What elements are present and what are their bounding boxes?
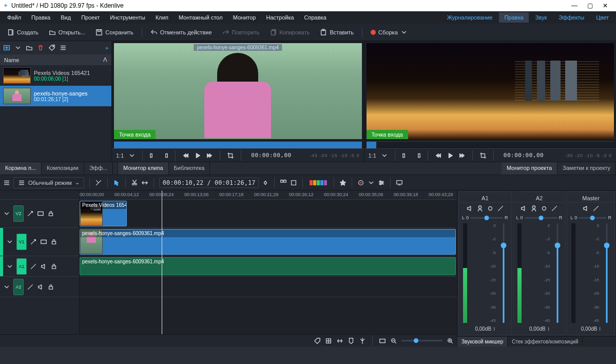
effects-icon[interactable] [592,205,600,212]
zone-in-icon[interactable] [402,152,409,159]
ws-logging[interactable]: Журналирование [442,12,498,23]
spinner-icon[interactable]: ⁞ [599,326,601,332]
menu-file[interactable]: Файл [2,12,26,23]
chevron-down-icon[interactable] [368,179,375,186]
play-icon[interactable] [194,152,201,159]
redo-button[interactable]: Повторить [218,27,264,38]
bin-column-header[interactable]: Name ᐱ [0,54,111,65]
bin-clip-item[interactable]: pexels-honye-sanges 00:01:26;17 [2] [0,86,111,106]
clip-monitor-timecode[interactable]: 00:00:00,00 [251,152,291,159]
timeline-ruler[interactable]: 00:00:00;00 00:00:04;12 00:00:08;24 00:0… [80,190,457,200]
save-button[interactable]: Сохранить [91,27,138,38]
playhead[interactable] [162,190,162,334]
open-button[interactable]: Открыть... [45,27,89,38]
project-monitor-viewport[interactable]: Точка входа [367,43,614,139]
rewind-icon[interactable] [435,152,442,159]
track-a2[interactable] [80,277,457,297]
timeline-clip[interactable]: pexels-honye-sanges-6009361.mp4 [80,257,456,275]
effects-icon[interactable] [497,205,504,212]
zone-out-icon[interactable] [161,152,168,159]
play-icon[interactable] [447,152,454,159]
effects-icon[interactable] [27,210,34,217]
menu-clip[interactable]: Клип [150,12,174,23]
lock-icon[interactable] [50,263,57,270]
marker-icon[interactable] [348,337,355,344]
track-menu-icon[interactable] [3,179,10,186]
pan-control[interactable]: L0R [568,214,613,221]
colors-icon[interactable] [308,179,329,186]
track-label[interactable]: A1 [16,258,27,275]
new-button[interactable]: Создать [3,27,43,38]
proxy-icon[interactable] [290,179,297,186]
spinner-icon[interactable] [262,179,269,186]
lock-icon[interactable] [50,238,57,245]
favorite-icon[interactable] [339,179,346,186]
mute-icon[interactable] [40,263,47,270]
zoom-ratio[interactable]: 1:1 [116,152,124,159]
hide-icon[interactable] [37,210,44,217]
effects-icon[interactable] [30,263,37,270]
bin-clip-item[interactable]: Pexels Videos 165421 00:00:06;00 [1] [0,65,111,86]
timeline-clip[interactable]: pexels-honye-sanges-6009361.mp4 [80,229,456,255]
render-button[interactable]: Сборка [367,27,412,38]
record-icon[interactable] [487,205,494,212]
collapse-icon[interactable] [6,238,13,245]
crop-icon[interactable] [227,152,234,159]
track-label[interactable]: V1 [16,234,27,250]
tab-library[interactable]: Библиотека [169,162,210,175]
clip-monitor-viewport[interactable]: pexels-honye-sanges-6009361.mp4 Точка вх… [114,43,362,139]
edit-mode-dropdown[interactable]: Обычный режим ⌄ [13,177,84,188]
tag-icon[interactable] [48,44,55,51]
track-a1[interactable]: pexels-honye-sanges-6009361.mp4 [80,256,457,277]
collapse-icon[interactable] [3,210,10,217]
zone-in-icon[interactable] [149,152,157,159]
menu-timeline[interactable]: Монтажный стол [174,12,228,23]
hide-icon[interactable] [40,238,47,245]
mute-icon[interactable] [520,205,527,212]
timeline-timecode[interactable]: 00:00:10,22 / 00:01:26,17 [159,178,259,188]
minimize-button[interactable]: — [567,2,582,9]
volume-fader[interactable] [554,223,561,323]
zone-out-icon[interactable] [414,152,421,159]
mute-icon[interactable] [37,283,44,291]
rewind-icon[interactable] [182,152,189,159]
tool-spacer-icon[interactable] [141,179,148,186]
zoom-fit-icon[interactable] [379,337,386,344]
close-button[interactable]: ✕ [598,2,613,9]
mute-icon[interactable] [466,205,473,212]
menu-project[interactable]: Проект [76,12,105,23]
project-monitor-ruler[interactable] [367,141,614,148]
tab-effects[interactable]: Эфф... [84,162,113,175]
timeline-clip[interactable]: Pexels Videos 1654 [80,201,127,226]
snap-icon[interactable] [325,337,332,344]
track-header-a2[interactable]: A2 [0,277,79,297]
chevron-down-icon[interactable] [128,152,136,159]
chevron-down-icon[interactable] [14,44,22,51]
menu-help[interactable]: Справка [299,12,332,23]
guide-icon[interactable] [359,337,366,344]
chevron-down-icon[interactable] [381,152,388,159]
zoom-slider[interactable] [401,340,442,341]
menu-view[interactable]: Вид [55,12,76,23]
tab-notes[interactable]: Заметки к проекту [557,162,616,175]
collapse-icon[interactable] [6,263,13,270]
ws-color[interactable]: Цвет [591,12,614,23]
monitor-icon[interactable] [396,179,403,186]
folder-icon[interactable] [26,44,33,51]
effects-icon[interactable] [551,205,558,212]
forward-icon[interactable] [206,152,213,159]
zoom-out-icon[interactable] [390,337,397,344]
track-header-a1[interactable]: A1 [0,256,79,277]
menu-edit[interactable]: Правка [26,12,55,23]
menu-icon[interactable] [60,44,67,51]
copy-button[interactable]: Копировать [265,27,314,38]
collapse-icon[interactable] [3,283,10,291]
maximize-button[interactable]: ▢ [582,2,598,9]
project-monitor-timecode[interactable]: 00:00:00,00 [504,152,544,159]
track-v1[interactable]: pexels-honye-sanges-6009361.mp4 [80,228,457,256]
track-header-v2[interactable]: V2 [0,200,79,228]
solo-icon[interactable] [530,205,537,212]
track-header-v1[interactable]: V1 [0,228,79,256]
ws-audio[interactable]: Звук [530,12,552,23]
track-label[interactable]: A2 [13,279,24,295]
